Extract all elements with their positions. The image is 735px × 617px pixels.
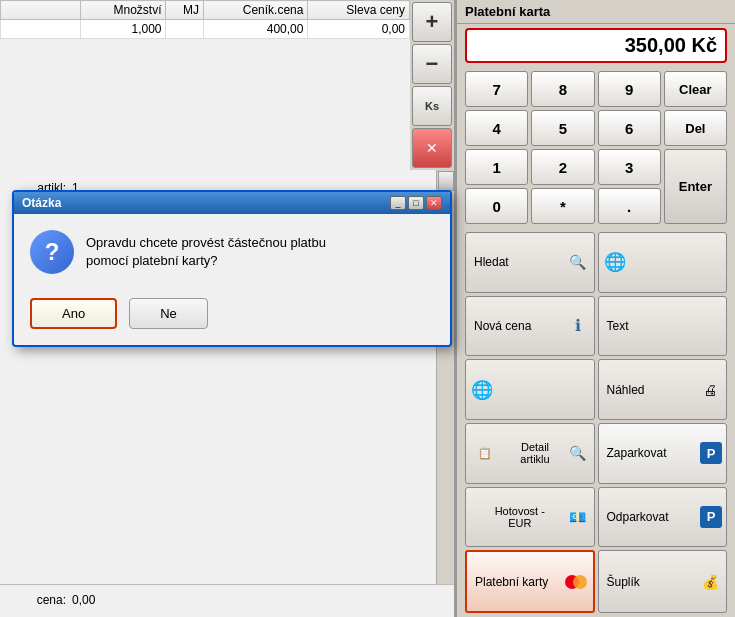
dialog-buttons: Ano Ne	[14, 290, 450, 345]
dialog-overlay: Otázka _ □ ✕ ? Opravdu chcete provést čá…	[0, 0, 735, 617]
dialog-titlebar: Otázka _ □ ✕	[14, 192, 450, 214]
question-icon: ?	[30, 230, 74, 274]
yes-button[interactable]: Ano	[30, 298, 117, 329]
dialog-minimize[interactable]: _	[390, 196, 406, 210]
dialog-close[interactable]: ✕	[426, 196, 442, 210]
dialog-body: ? Opravdu chcete provést částečnou platb…	[14, 214, 450, 290]
dialog-title: Otázka	[22, 196, 61, 210]
dialog-controls: _ □ ✕	[390, 196, 442, 210]
no-button[interactable]: Ne	[129, 298, 208, 329]
dialog-window: Otázka _ □ ✕ ? Opravdu chcete provést čá…	[12, 190, 452, 347]
dialog-message: Opravdu chcete provést částečnou platbu …	[86, 234, 326, 270]
dialog-maximize[interactable]: □	[408, 196, 424, 210]
